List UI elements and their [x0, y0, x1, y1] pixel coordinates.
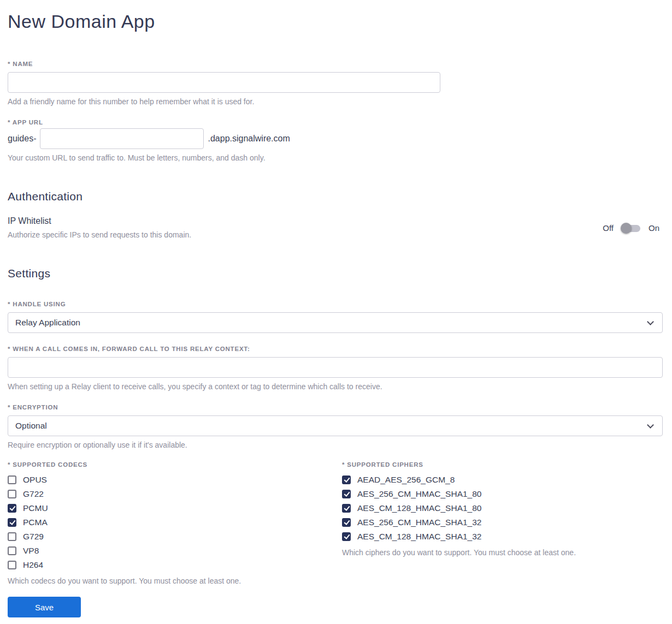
name-helper: Add a friendly name for this number to h… [8, 97, 663, 106]
app-url-row: guides- .dapp.signalwire.com [8, 128, 663, 149]
cipher-checkbox-row[interactable]: AES_CM_128_HMAC_SHA1_80 [342, 501, 663, 515]
checkbox-label: AES_256_CM_HMAC_SHA1_32 [357, 518, 481, 527]
chevron-down-icon [647, 421, 654, 429]
checkbox-label: G722 [23, 489, 44, 499]
ip-whitelist-text: IP Whitelist Authorize specific IPs to s… [8, 216, 191, 240]
checkbox-icon[interactable] [342, 504, 351, 513]
cipher-checkbox-row[interactable]: AES_CM_128_HMAC_SHA1_32 [342, 530, 663, 544]
ip-whitelist-label: IP Whitelist [8, 216, 191, 226]
checkbox-icon[interactable] [342, 476, 351, 484]
save-button[interactable]: Save [8, 597, 81, 617]
toggle-off-label: Off [603, 223, 614, 233]
new-domain-app-form: New Domain App * NAME Add a friendly nam… [0, 0, 672, 617]
checkbox-label: PCMU [23, 503, 48, 513]
encryption-label: * ENCRYPTION [8, 404, 663, 411]
checkbox-icon[interactable] [8, 561, 16, 569]
codec-list: OPUS G722 PCMU PCMA [8, 473, 342, 572]
relay-context-label: * WHEN A CALL COMES IN, FORWARD CALL TO … [8, 346, 663, 352]
cipher-checkbox-row[interactable]: AES_256_CM_HMAC_SHA1_80 [342, 487, 663, 501]
codec-checkbox-row[interactable]: G722 [8, 487, 342, 501]
checkbox-label: PCMA [23, 518, 48, 527]
checkbox-icon[interactable] [342, 532, 351, 541]
cipher-checkbox-row[interactable]: AEAD_AES_256_GCM_8 [342, 473, 663, 487]
checkbox-icon[interactable] [8, 490, 16, 498]
app-url-prefix: guides- [8, 134, 36, 144]
cipher-checkbox-row[interactable]: AES_256_CM_HMAC_SHA1_32 [342, 515, 663, 530]
checkbox-icon[interactable] [8, 518, 16, 527]
app-url-input[interactable] [40, 128, 204, 149]
codec-checkbox-row[interactable]: PCMA [8, 515, 342, 530]
checkbox-label: AES_256_CM_HMAC_SHA1_80 [357, 489, 481, 499]
handle-using-select[interactable]: Relay Application [8, 312, 663, 333]
checkbox-icon[interactable] [8, 504, 16, 513]
app-url-label: * APP URL [8, 119, 663, 126]
checkbox-label: G729 [23, 532, 44, 542]
checkbox-icon[interactable] [342, 490, 351, 498]
ip-whitelist-helper: Authorize specific IPs to send requests … [8, 230, 191, 240]
ip-whitelist-toggle[interactable] [621, 223, 641, 234]
relay-context-input[interactable] [8, 357, 663, 378]
toggle-knob-icon [621, 223, 632, 234]
ip-whitelist-row: IP Whitelist Authorize specific IPs to s… [8, 216, 663, 240]
codec-checkbox-row[interactable]: H264 [8, 558, 342, 572]
handle-using-label: * HANDLE USING [8, 301, 663, 307]
checkbox-label: AES_CM_128_HMAC_SHA1_80 [357, 503, 481, 513]
app-url-helper: Your custom URL to send traffic to. Must… [8, 153, 663, 163]
ciphers-helper: Which ciphers do you want to support. Yo… [342, 548, 663, 557]
authentication-heading: Authentication [8, 190, 663, 203]
checkbox-label: VP8 [23, 546, 39, 556]
codec-checkbox-row[interactable]: VP8 [8, 544, 342, 558]
encryption-value: Optional [15, 421, 47, 431]
app-url-suffix: .dapp.signalwire.com [208, 134, 290, 144]
checkbox-label: AEAD_AES_256_GCM_8 [357, 475, 455, 485]
supported-codecs-section: * SUPPORTED CODECS OPUS G722 [8, 461, 342, 586]
name-label: * NAME [8, 61, 663, 67]
relay-context-helper: When setting up a Relay client to receiv… [8, 382, 663, 391]
settings-heading: Settings [8, 267, 663, 280]
codec-cipher-columns: * SUPPORTED CODECS OPUS G722 [8, 461, 663, 586]
checkbox-label: H264 [23, 560, 43, 570]
codec-checkbox-row[interactable]: PCMU [8, 501, 342, 515]
codec-checkbox-row[interactable]: G729 [8, 530, 342, 544]
checkbox-icon[interactable] [8, 476, 16, 484]
toggle-on-label: On [649, 223, 659, 233]
page-title: New Domain App [8, 11, 663, 32]
chevron-down-icon [647, 318, 654, 325]
codecs-helper: Which codecs do you want to support. You… [8, 576, 342, 586]
encryption-select[interactable]: Optional [8, 415, 663, 436]
supported-ciphers-label: * SUPPORTED CIPHERS [342, 461, 663, 468]
checkbox-label: OPUS [23, 475, 47, 485]
encryption-helper: Require encryption or optionally use it … [8, 440, 663, 450]
name-input[interactable] [8, 72, 440, 93]
checkbox-label: AES_CM_128_HMAC_SHA1_32 [357, 532, 481, 542]
checkbox-icon[interactable] [8, 532, 16, 541]
checkbox-icon[interactable] [8, 546, 16, 555]
ip-whitelist-toggle-group: Off On [603, 223, 663, 234]
codec-checkbox-row[interactable]: OPUS [8, 473, 342, 487]
supported-codecs-label: * SUPPORTED CODECS [8, 461, 342, 468]
checkbox-icon[interactable] [342, 518, 351, 527]
cipher-list: AEAD_AES_256_GCM_8 AES_256_CM_HMAC_SHA1_… [342, 473, 663, 544]
handle-using-value: Relay Application [15, 318, 80, 328]
supported-ciphers-section: * SUPPORTED CIPHERS AEAD_AES_256_GCM_8 A… [342, 461, 663, 557]
